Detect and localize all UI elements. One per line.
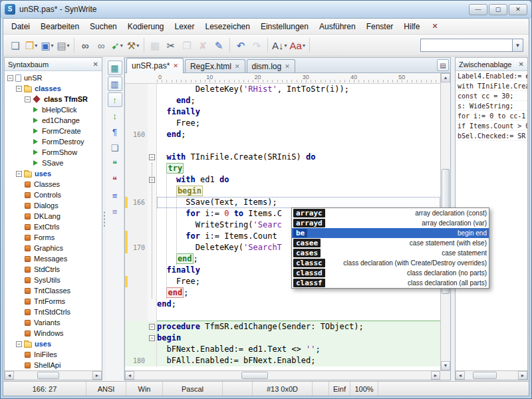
menu-item-fenster[interactable]: Fenster xyxy=(361,20,399,33)
clipboard-item-5[interactable]: for i:= 0 to cc-1 do xyxy=(456,111,527,121)
code-line[interactable]: finally xyxy=(125,106,440,118)
tree-hscroll-thumb[interactable] xyxy=(37,372,59,379)
tab-close-icon[interactable]: ✕ xyxy=(173,63,178,69)
clipboard-item-2[interactable]: with TIniFile.Create xyxy=(456,81,527,91)
expander-icon[interactable]: − xyxy=(25,96,31,102)
scroll-up-icon[interactable]: ▲ xyxy=(441,73,450,82)
print-button[interactable]: ▤▾ xyxy=(55,37,71,53)
tab-dism-log[interactable]: dism.log✕ xyxy=(247,59,295,72)
clipboard-item-1[interactable]: Label4.Enabled:= ev xyxy=(456,71,527,81)
menu-item-datei[interactable]: Datei xyxy=(6,20,35,33)
clipboard-item-4[interactable]: s: WideString; xyxy=(456,101,527,111)
tab-list-button[interactable]: ▤ xyxy=(437,59,449,71)
code-line[interactable]: end; xyxy=(125,299,440,310)
clipboard-hscrollbar[interactable]: ◄ ► xyxy=(456,370,527,380)
panel-sort-button[interactable]: ↕ xyxy=(108,108,122,123)
clipboard-hscroll-thumb[interactable] xyxy=(473,372,497,379)
fold-minus-icon[interactable]: − xyxy=(149,335,155,341)
tree-item-formcreate[interactable]: FormCreate xyxy=(5,126,102,136)
find-in-files-button[interactable]: ∞ xyxy=(93,37,109,53)
close-button[interactable]: ✕ xyxy=(509,4,527,15)
tree-item-stdctrls[interactable]: StdCtrls xyxy=(5,264,102,275)
clipboard-item-3[interactable]: const cc = 30; xyxy=(456,91,527,101)
tree-item-classes[interactable]: −classes xyxy=(5,83,102,94)
scroll-right-icon[interactable]: ► xyxy=(92,371,102,380)
notes-button[interactable]: ✎ xyxy=(211,37,227,53)
open-button[interactable]: ❐▾ xyxy=(23,37,39,53)
autocomplete-item-classf[interactable]: classfclass declaration (all parts) xyxy=(292,278,489,288)
code-line[interactable]: Free; xyxy=(125,118,440,129)
scroll-left-icon[interactable]: ◄ xyxy=(456,371,465,380)
title-bar[interactable]: S unSR.pas* - SynWrite —▢✕ xyxy=(1,1,531,18)
panel-indent-button[interactable]: ≡ xyxy=(108,204,122,219)
code-line[interactable]: bFNext.Enabled:= ed1.Text <> ''; xyxy=(125,344,440,355)
scroll-left-icon[interactable]: ◄ xyxy=(125,371,134,380)
code-line[interactable]: DeleteKey('RHist', IntToStr(i)); xyxy=(125,84,440,95)
expander-icon[interactable]: − xyxy=(16,341,22,347)
close-panel-icon[interactable]: ✕ xyxy=(519,61,524,68)
tree-item-ssave[interactable]: SSave xyxy=(5,158,102,168)
tree-item-class-tfmsr[interactable]: −class TfmSR xyxy=(5,94,102,104)
tree-item-messages[interactable]: Messages xyxy=(5,253,102,264)
clipboard-item-7[interactable]: bSel.Checked:= SR xyxy=(456,131,527,141)
find-button[interactable]: ∞ xyxy=(77,37,93,53)
autocomplete-item-be[interactable]: bebegin end xyxy=(292,228,489,238)
autocomplete-item-cases[interactable]: casescase statement xyxy=(292,248,489,258)
panel-up-button[interactable]: ↑ xyxy=(108,92,122,107)
autocomplete-item-classd[interactable]: classdclass declaration (no parts) xyxy=(292,268,489,278)
autocomplete-item-casee[interactable]: caseecase statement (with else) xyxy=(292,238,489,248)
tree-item-dklang[interactable]: DKLang xyxy=(5,211,102,221)
scroll-right-icon[interactable]: ► xyxy=(431,371,440,380)
tree-item-forms[interactable]: Forms xyxy=(5,232,102,243)
sort-button[interactable]: A↓▾ xyxy=(271,37,289,53)
tree-item-unsr[interactable]: −unSR xyxy=(5,72,102,83)
panel-comment-alert-button[interactable]: ❝ xyxy=(108,172,122,187)
autocomplete-item-arrayd[interactable]: arraydarray declaration (var) xyxy=(292,218,489,228)
panel-comment-button[interactable]: ❝ xyxy=(108,156,122,171)
clipboard-hscroll-track[interactable] xyxy=(465,371,518,380)
menu-item-bearbeiten[interactable]: Bearbeiten xyxy=(35,20,84,33)
scroll-down-icon[interactable]: ▼ xyxy=(441,361,450,370)
expander-icon[interactable]: − xyxy=(7,75,13,81)
code-line[interactable]: 166SSave(Text, Items); xyxy=(125,197,440,208)
autocomplete-item-classc[interactable]: classcclass declaration (with Create/Des… xyxy=(292,258,489,268)
expander-icon[interactable]: − xyxy=(16,171,22,177)
search-input[interactable] xyxy=(420,39,512,52)
tree-item-variants[interactable]: Variants xyxy=(5,317,102,328)
paste-button[interactable]: ▦ xyxy=(147,37,163,53)
cut-button[interactable]: ✂ xyxy=(163,37,179,53)
autocomplete-item-arrayc[interactable]: arraycarray declaration (const) xyxy=(292,208,489,218)
tree-hscrollbar[interactable]: ◄ ► xyxy=(5,370,102,380)
font-button[interactable]: Aa▾ xyxy=(289,37,307,53)
panel-pilcrow-button[interactable]: ¶ xyxy=(108,124,122,139)
tree-item-bhelpclick[interactable]: bHelpClick xyxy=(5,104,102,115)
export-button[interactable]: ➹▾ xyxy=(109,37,125,53)
menu-item-lexer[interactable]: Lexer xyxy=(169,20,200,33)
tree-item-sysutils[interactable]: SysUtils xyxy=(5,275,102,285)
tree-item-uses[interactable]: −uses xyxy=(5,168,102,179)
code-line[interactable]: −with ed1 do xyxy=(125,174,440,186)
tab-close-icon[interactable]: ✕ xyxy=(285,63,290,70)
tree-hscroll-track[interactable] xyxy=(14,371,92,380)
code-line[interactable] xyxy=(125,310,440,321)
code-line[interactable]: try xyxy=(125,163,440,174)
scroll-left-icon[interactable]: ◄ xyxy=(5,371,14,380)
editor-hscroll-track[interactable] xyxy=(134,371,431,380)
fold-minus-icon[interactable]: − xyxy=(149,154,155,160)
tree-item-ed1change[interactable]: ed1Change xyxy=(5,115,102,126)
tree-item-dialogs[interactable]: Dialogs xyxy=(5,200,102,211)
tree-item-formdestroy[interactable]: FormDestroy xyxy=(5,136,102,147)
code-line[interactable]: −procedure TfmSR.ed1Change(Sender: TObje… xyxy=(125,321,440,332)
tab-unsr-pas[interactable]: unSR.pas*✕ xyxy=(126,58,184,73)
tools-button[interactable]: ⚒▾ xyxy=(125,37,141,53)
new-file-button[interactable]: ❏ xyxy=(7,37,23,53)
undo-button[interactable]: ↶ xyxy=(233,37,249,53)
menu-item-kodierung[interactable]: Kodierung xyxy=(122,20,170,33)
code-line[interactable]: 180bFAll.Enabled:= bFNext.Enabled; xyxy=(125,355,440,366)
panel-wrap-button[interactable]: ≡ xyxy=(108,188,122,203)
code-line[interactable]: end; xyxy=(125,95,440,106)
maximize-button[interactable]: ▢ xyxy=(489,4,507,15)
close-document-icon[interactable]: ✕ xyxy=(432,22,438,31)
copy-button[interactable]: ❐ xyxy=(179,37,195,53)
save-button[interactable]: ▣▾ xyxy=(39,37,55,53)
